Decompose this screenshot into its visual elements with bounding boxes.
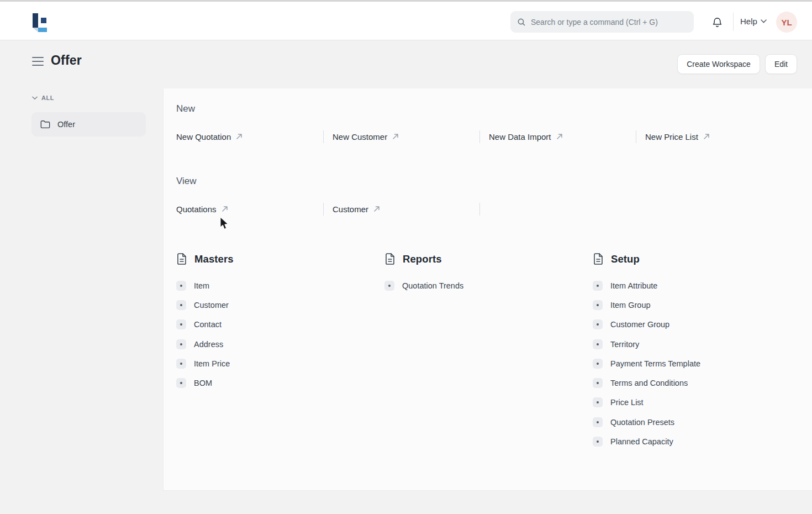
- card-setup: Setup Item Attribute Item Group Customer…: [593, 253, 792, 452]
- avatar-initials: YL: [781, 18, 792, 27]
- card-title: Setup: [611, 253, 640, 265]
- notifications-button[interactable]: [710, 16, 724, 29]
- dot-icon: [176, 359, 186, 369]
- link-bom[interactable]: BOM: [176, 373, 375, 392]
- workspace-content: New New Quotation New Customer New Data …: [163, 88, 812, 491]
- link-quotation-trends[interactable]: Quotation Trends: [384, 276, 583, 295]
- link-item-price[interactable]: Item Price: [176, 354, 375, 373]
- link-item-attribute[interactable]: Item Attribute: [593, 276, 792, 295]
- link-territory[interactable]: Territory: [593, 334, 792, 354]
- section-title-new: New: [176, 103, 195, 114]
- file-icon: [384, 253, 396, 265]
- link-item[interactable]: Item: [176, 276, 375, 295]
- external-link-arrow-icon: [392, 133, 399, 140]
- dot-icon: [593, 417, 603, 427]
- dot-icon: [593, 300, 603, 310]
- chevron-down-icon: [761, 19, 767, 23]
- shortcut-quotations[interactable]: Quotations: [176, 202, 228, 216]
- create-workspace-button[interactable]: Create Workspace: [677, 54, 760, 74]
- sidebar-group-all[interactable]: ALL: [32, 95, 54, 101]
- search-input[interactable]: Search or type a command (Ctrl + G): [510, 11, 694, 33]
- external-link-arrow-icon: [236, 133, 242, 140]
- sidebar-toggle-button[interactable]: [32, 57, 44, 66]
- dot-icon: [593, 339, 603, 349]
- link-terms-and-conditions[interactable]: Terms and Conditions: [593, 373, 792, 392]
- folder-icon: [40, 120, 50, 129]
- dot-icon: [176, 300, 186, 310]
- shortcut-new-price-list[interactable]: New Price List: [645, 130, 710, 143]
- bell-icon: [711, 17, 723, 29]
- link-quotation-presets[interactable]: Quotation Presets: [593, 412, 792, 432]
- link-customer[interactable]: Customer: [176, 295, 375, 314]
- card-title: Masters: [194, 253, 234, 265]
- dot-icon: [176, 339, 186, 349]
- help-label: Help: [740, 17, 757, 26]
- shortcut-new-data-import[interactable]: New Data Import: [489, 130, 563, 143]
- external-link-arrow-icon: [703, 133, 710, 140]
- dot-icon: [593, 359, 603, 369]
- navbar-divider: [733, 13, 734, 31]
- dot-icon: [593, 378, 603, 388]
- dot-icon: [593, 281, 603, 291]
- page-title: Offer: [51, 53, 82, 68]
- shortcut-customer[interactable]: Customer: [333, 202, 380, 216]
- link-price-list[interactable]: Price List: [593, 393, 792, 412]
- link-customer-group[interactable]: Customer Group: [593, 315, 792, 334]
- app-logo[interactable]: [33, 13, 47, 32]
- workspace-screen: Search or type a command (Ctrl + G) Help…: [0, 0, 812, 514]
- dot-icon: [593, 319, 603, 329]
- section-title-view: View: [176, 176, 197, 187]
- dot-icon: [384, 281, 394, 291]
- card-title: Reports: [403, 253, 442, 265]
- sidebar-item-offer[interactable]: Offer: [31, 112, 146, 137]
- logo-icon: [33, 13, 47, 32]
- external-link-arrow-icon: [222, 206, 228, 212]
- search-placeholder: Search or type a command (Ctrl + G): [531, 18, 658, 27]
- dot-icon: [176, 319, 186, 329]
- search-icon: [517, 18, 526, 27]
- dot-icon: [593, 397, 603, 407]
- link-contact[interactable]: Contact: [176, 315, 375, 334]
- file-icon: [176, 253, 187, 265]
- title-bar: Offer Create Workspace Edit: [0, 41, 812, 85]
- chevron-down-icon: [32, 96, 38, 100]
- link-item-group[interactable]: Item Group: [593, 295, 792, 314]
- user-avatar[interactable]: YL: [776, 12, 797, 33]
- page-actions: Create Workspace Edit: [677, 54, 797, 74]
- file-icon: [593, 253, 604, 265]
- hamburger-icon: [32, 57, 44, 58]
- dot-icon: [176, 281, 186, 291]
- sidebar-item-label: Offer: [57, 120, 75, 129]
- link-address[interactable]: Address: [176, 334, 375, 354]
- edit-button[interactable]: Edit: [765, 54, 797, 74]
- help-menu[interactable]: Help: [740, 17, 767, 26]
- link-planned-capacity[interactable]: Planned Capacity: [593, 432, 792, 451]
- external-link-arrow-icon: [373, 206, 380, 212]
- dot-icon: [176, 378, 186, 388]
- card-masters: Masters Item Customer Contact Address It…: [176, 253, 375, 393]
- shortcut-new-customer[interactable]: New Customer: [333, 130, 399, 143]
- external-link-arrow-icon: [556, 133, 563, 140]
- navbar: Search or type a command (Ctrl + G) Help…: [0, 2, 812, 40]
- sidebar-group-label: ALL: [41, 95, 54, 101]
- card-reports: Reports Quotation Trends: [384, 253, 583, 295]
- dot-icon: [593, 437, 603, 447]
- shortcut-new-quotation[interactable]: New Quotation: [176, 130, 242, 143]
- link-payment-terms-template[interactable]: Payment Terms Template: [593, 354, 792, 373]
